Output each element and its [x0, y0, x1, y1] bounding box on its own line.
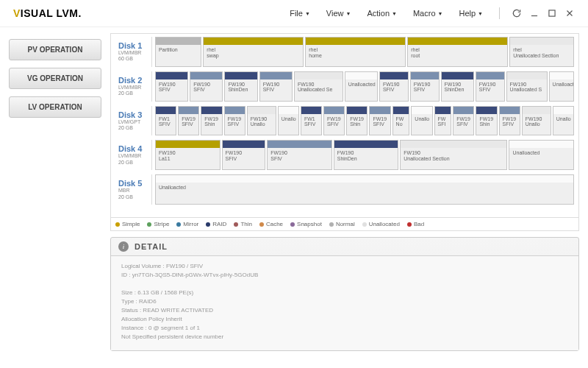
- partition[interactable]: FW190SFIV: [155, 71, 188, 102]
- logo-suffix: .: [79, 7, 82, 19]
- legend-label: Stripe: [154, 221, 169, 227]
- partition-color-bar: [179, 107, 198, 114]
- partition[interactable]: FW190SFIV: [190, 71, 223, 102]
- caret-down-icon: ▼: [305, 11, 310, 16]
- disk-partitions: FW1SFIVFW19SFIVFW19ShinFW19SFIVFW190Unal…: [152, 106, 574, 136]
- partition[interactable]: FW190SFIV: [476, 71, 505, 102]
- partition[interactable]: FW190SFIV: [379, 71, 409, 102]
- partition[interactable]: FW190Unallo: [522, 106, 551, 136]
- menu-file[interactable]: File▼: [285, 6, 315, 21]
- partition[interactable]: FW19SFIV: [323, 106, 345, 136]
- menu-macro[interactable]: Macro▼: [409, 6, 448, 21]
- partition[interactable]: FW19SFIV: [178, 106, 199, 136]
- partition-color-bar: [453, 107, 473, 114]
- partition-body: FW19SFIV: [179, 114, 198, 135]
- partition[interactable]: rhelhome: [305, 37, 406, 67]
- partition[interactable]: Partition: [155, 37, 201, 67]
- partition-color-bar: [201, 107, 221, 114]
- partition[interactable]: Unallo: [411, 106, 432, 136]
- partition[interactable]: FW19SFIV: [499, 106, 520, 136]
- sidebar-btn-vg-operation[interactable]: VG OPERATION: [9, 68, 101, 89]
- partition[interactable]: FW190Unallo: [247, 106, 276, 136]
- partition-color-bar: [553, 107, 573, 114]
- partition-body: FW190Unallo: [248, 114, 276, 135]
- legend-label: Cache: [266, 221, 283, 227]
- partition[interactable]: FW190SFIV: [259, 71, 293, 102]
- partition[interactable]: FW190La11: [155, 140, 220, 170]
- svg-rect-0: [549, 10, 555, 16]
- menu-label: Macro: [413, 9, 436, 18]
- partition[interactable]: rhelUnallocated Section: [509, 37, 574, 67]
- legend-item: Thin: [234, 221, 252, 227]
- detail-line: Logical Volume : FW190 / SFIV: [121, 262, 568, 271]
- partition-body: FW190SFIV: [156, 79, 187, 101]
- partition-body: FW190ShinDen: [442, 79, 473, 101]
- content: Disk 1LVM/MBR60 GBPartitionrhelswaprhelh…: [110, 27, 588, 351]
- partition-color-bar: [345, 72, 377, 79]
- caret-down-icon: ▼: [438, 11, 443, 16]
- legend-dot: [206, 222, 210, 227]
- partition[interactable]: rhelroot: [407, 37, 508, 67]
- partition[interactable]: FW190ShinDen: [334, 140, 399, 170]
- menu-view[interactable]: View▼: [322, 6, 356, 21]
- disk-label[interactable]: Disk 1LVM/MBR60 GB: [115, 37, 152, 67]
- legend-label: Normal: [336, 221, 355, 227]
- partition[interactable]: Unalloacted: [345, 71, 378, 102]
- partition-body: Unallo: [553, 114, 573, 135]
- partition[interactable]: rhelswap: [203, 37, 304, 67]
- partition[interactable]: FW190ShinDen: [224, 71, 257, 102]
- partition[interactable]: FW19Shin: [346, 106, 368, 136]
- partition[interactable]: Unalloacted: [549, 71, 574, 102]
- detail-line: Type : RAID6: [121, 297, 568, 306]
- partition-body: FW1SFIV: [156, 114, 176, 135]
- partition[interactable]: FW190SFIV: [410, 71, 440, 102]
- partition[interactable]: FW19SFIV: [453, 106, 474, 136]
- partition[interactable]: FW1SFIV: [155, 106, 176, 136]
- legend-item: Normal: [329, 221, 355, 227]
- legend-item: Mirror: [176, 221, 198, 227]
- partition[interactable]: FWSFI: [434, 106, 452, 136]
- partition[interactable]: FW190Unallocated Se: [294, 71, 343, 102]
- partition[interactable]: FW190SFIV: [267, 140, 332, 170]
- partition[interactable]: Unallo: [278, 106, 299, 136]
- minimize-icon[interactable]: [529, 8, 539, 18]
- legend-label: Thin: [240, 221, 252, 227]
- partition[interactable]: FWNo: [392, 106, 410, 136]
- partition[interactable]: Unalloacted: [509, 140, 574, 170]
- disk-label[interactable]: Disk 3LVM/GPT20 GB: [115, 106, 152, 136]
- partition-body: rhelroot: [408, 45, 507, 66]
- partition-color-bar: [156, 38, 201, 45]
- partition[interactable]: FW19Shin: [201, 106, 222, 136]
- menu-action[interactable]: Action▼: [362, 6, 401, 21]
- sidebar-btn-lv-operation[interactable]: LV OPERATION: [9, 96, 101, 118]
- refresh-icon[interactable]: [512, 8, 522, 18]
- disk-meta: LVM/MBR60 GB: [118, 50, 148, 63]
- partition[interactable]: Unalloacted: [155, 174, 574, 205]
- maximize-icon[interactable]: [547, 8, 557, 18]
- partition[interactable]: FW19Shin: [476, 106, 497, 136]
- partition[interactable]: FW190SFIV: [222, 140, 266, 170]
- disk-meta: LVM/MBR20 GB: [118, 85, 148, 97]
- disk-label[interactable]: Disk 2LVM/MBR20 GB: [115, 71, 152, 102]
- disk-area[interactable]: Disk 1LVM/MBR60 GBPartitionrhelswaprhelh…: [110, 33, 579, 218]
- disk-label[interactable]: Disk 4LVM/MBR20 GB: [115, 140, 152, 170]
- partition[interactable]: FW190ShinDen: [441, 71, 474, 102]
- disk-name: Disk 2: [118, 76, 148, 85]
- menu-help[interactable]: Help▼: [454, 6, 487, 21]
- menu-label: View: [326, 9, 344, 18]
- disk-label[interactable]: Disk 5MBR20 GB: [115, 174, 152, 205]
- close-icon[interactable]: [564, 8, 575, 18]
- menu-label: File: [290, 9, 303, 18]
- partition[interactable]: FW190Unallocated S: [506, 71, 548, 102]
- partition-color-bar: [523, 107, 551, 114]
- legend-label: Bad: [414, 221, 424, 227]
- partition[interactable]: Unallo: [553, 106, 574, 136]
- partition[interactable]: FW190Unallocated Section: [400, 140, 507, 170]
- partition[interactable]: FW19SFIV: [369, 106, 390, 136]
- info-icon: i: [118, 241, 129, 252]
- partition[interactable]: FW1SFIV: [301, 106, 322, 136]
- sidebar-btn-pv-operation[interactable]: PV OPERATION: [9, 39, 101, 60]
- partition-body: FW19SFIV: [225, 114, 245, 135]
- partition[interactable]: FW19SFIV: [224, 106, 245, 136]
- detail-line: Not Specified persistent device number: [121, 333, 568, 342]
